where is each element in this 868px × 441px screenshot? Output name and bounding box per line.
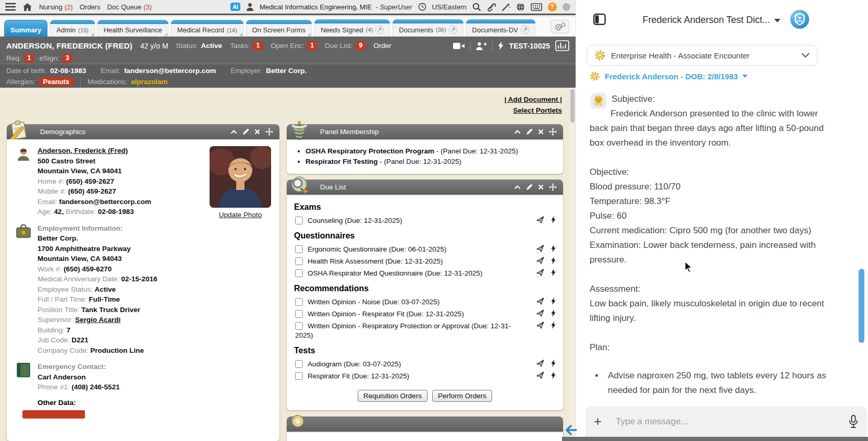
- left-scrollbar[interactable]: [569, 88, 576, 441]
- tab-needs-signed[interactable]: Needs Signed (4): [314, 19, 390, 37]
- collapse-icon[interactable]: [230, 130, 237, 134]
- bolt-icon[interactable]: [551, 309, 556, 319]
- due-item-checkbox[interactable]: [295, 360, 303, 368]
- bolt-icon[interactable]: [551, 360, 556, 370]
- bolt-icon[interactable]: [551, 269, 556, 279]
- timezone-label[interactable]: US/Eastern: [432, 3, 467, 11]
- assistant-logo-icon[interactable]: [790, 9, 810, 31]
- panel-membership-header[interactable]: Panel Membership: [287, 124, 563, 139]
- help-icon[interactable]: ?: [548, 3, 557, 11]
- send-icon[interactable]: [536, 245, 544, 255]
- close-icon[interactable]: [538, 129, 544, 135]
- move-icon[interactable]: [265, 128, 273, 136]
- due-item-checkbox[interactable]: [295, 372, 303, 380]
- due-list-header[interactable]: Due List: [287, 180, 563, 195]
- ai-badge[interactable]: AI: [230, 3, 240, 11]
- due-item-checkbox[interactable]: [295, 257, 303, 265]
- due-item-checkbox[interactable]: [295, 298, 303, 306]
- tab-health-surveillance[interactable]: Health Surveillance: [97, 20, 168, 37]
- collapse-icon[interactable]: [514, 185, 521, 189]
- keyboard-icon[interactable]: [531, 3, 542, 11]
- tab-admin[interactable]: Admin (15): [50, 20, 94, 37]
- send-icon[interactable]: [536, 297, 544, 307]
- due-item-checkbox[interactable]: [295, 322, 303, 330]
- send-icon[interactable]: [536, 309, 544, 319]
- perform-orders-button[interactable]: Perform Orders: [432, 390, 492, 402]
- send-icon[interactable]: [536, 360, 544, 370]
- left-scrollbar-thumb[interactable]: [570, 89, 574, 123]
- send-icon[interactable]: [536, 269, 544, 279]
- collapse-icon[interactable]: [514, 130, 521, 134]
- medication-value[interactable]: alprazolam: [131, 78, 168, 86]
- row-value: 42,: [54, 208, 64, 216]
- search-icon[interactable]: [472, 3, 481, 11]
- panel-toggle-icon[interactable]: [593, 14, 606, 27]
- assistant-scrollbar-thumb[interactable]: [859, 269, 864, 343]
- tasks-badge[interactable]: 1: [253, 41, 263, 50]
- collapse-panel-arrow[interactable]: [564, 423, 579, 437]
- tab-settings-gear-icon[interactable]: [551, 20, 569, 33]
- wand-icon[interactable]: [502, 3, 510, 11]
- nav-nursing[interactable]: Nursing (2): [39, 3, 73, 11]
- bolt-icon[interactable]: [551, 372, 556, 382]
- due-list-icon: [288, 174, 311, 197]
- send-icon[interactable]: [536, 216, 544, 226]
- microphone-icon[interactable]: [848, 415, 859, 428]
- tab-documents[interactable]: Documents (36): [393, 19, 463, 37]
- nav-doc-queue[interactable]: Doc Queue (3): [107, 3, 152, 11]
- patient-name-link[interactable]: Anderson, Frederick (Fred): [38, 146, 199, 156]
- edit-icon[interactable]: [242, 128, 249, 135]
- menu-icon[interactable]: [5, 3, 16, 11]
- external-link-icon[interactable]: [521, 26, 529, 34]
- demographics-header[interactable]: Demographics: [7, 124, 279, 139]
- supervisor-link[interactable]: Sergio Acardi: [75, 316, 120, 324]
- bolt-icon[interactable]: [551, 216, 556, 226]
- portlet-header-partial[interactable]: [287, 416, 563, 432]
- bolt-icon[interactable]: [551, 321, 556, 331]
- bolt-icon[interactable]: [498, 41, 504, 50]
- add-person-icon[interactable]: [476, 42, 487, 50]
- message-input[interactable]: [615, 416, 848, 427]
- move-icon[interactable]: [549, 183, 557, 191]
- close-icon[interactable]: [254, 129, 260, 135]
- external-link-icon[interactable]: [449, 26, 457, 34]
- requisition-orders-button[interactable]: Requisition Orders: [358, 390, 427, 402]
- external-link-icon[interactable]: [375, 26, 384, 34]
- esign-badge[interactable]: 3: [63, 54, 72, 63]
- link-icon[interactable]: [487, 3, 496, 11]
- move-icon[interactable]: [549, 128, 557, 136]
- send-icon[interactable]: [536, 257, 544, 267]
- video-camera-icon[interactable]: [453, 42, 465, 50]
- due-item-checkbox[interactable]: [295, 269, 303, 277]
- bolt-icon[interactable]: [551, 245, 556, 255]
- tab-on-screen-forms[interactable]: On Screen Forms: [246, 20, 312, 37]
- attach-plus-icon[interactable]: +: [594, 413, 615, 430]
- tab-medical-record[interactable]: Medical Record (14): [171, 20, 243, 37]
- due-item-checkbox[interactable]: [295, 245, 303, 253]
- due-item-checkbox[interactable]: [295, 310, 303, 318]
- allergy-badge[interactable]: Peanuts: [39, 77, 74, 86]
- due-list-badge[interactable]: 9: [356, 41, 365, 50]
- conversation-title[interactable]: Frederick Anderson Test Dict...: [623, 15, 800, 26]
- req-badge[interactable]: 1: [25, 54, 34, 63]
- bolt-icon[interactable]: [551, 257, 556, 267]
- add-document-link[interactable]: | Add Document |: [504, 96, 562, 103]
- open-enc-badge[interactable]: 1: [307, 41, 317, 50]
- tab-summary[interactable]: Summary: [4, 20, 47, 37]
- encounter-selector[interactable]: Enterprise Health - Associate Encounter: [586, 45, 817, 66]
- tab-documents-dv[interactable]: Documents-DV: [466, 19, 535, 37]
- edit-icon[interactable]: [526, 184, 533, 190]
- order-link[interactable]: Order: [373, 42, 392, 50]
- due-item-checkbox[interactable]: [295, 217, 303, 224]
- bolt-icon[interactable]: [551, 297, 556, 307]
- select-portlets-link[interactable]: Select Portlets: [513, 106, 562, 114]
- close-icon[interactable]: [538, 184, 544, 190]
- edit-icon[interactable]: [526, 128, 533, 135]
- home-icon[interactable]: [22, 3, 32, 11]
- nav-orders[interactable]: Orders: [80, 3, 101, 11]
- chart-stats-icon[interactable]: [555, 40, 569, 51]
- send-icon[interactable]: [536, 321, 544, 331]
- patient-context-selector[interactable]: Frederick Anderson - DOB: 2/8/1983: [590, 71, 748, 81]
- send-icon[interactable]: [536, 372, 544, 382]
- globe-icon[interactable]: [516, 3, 525, 11]
